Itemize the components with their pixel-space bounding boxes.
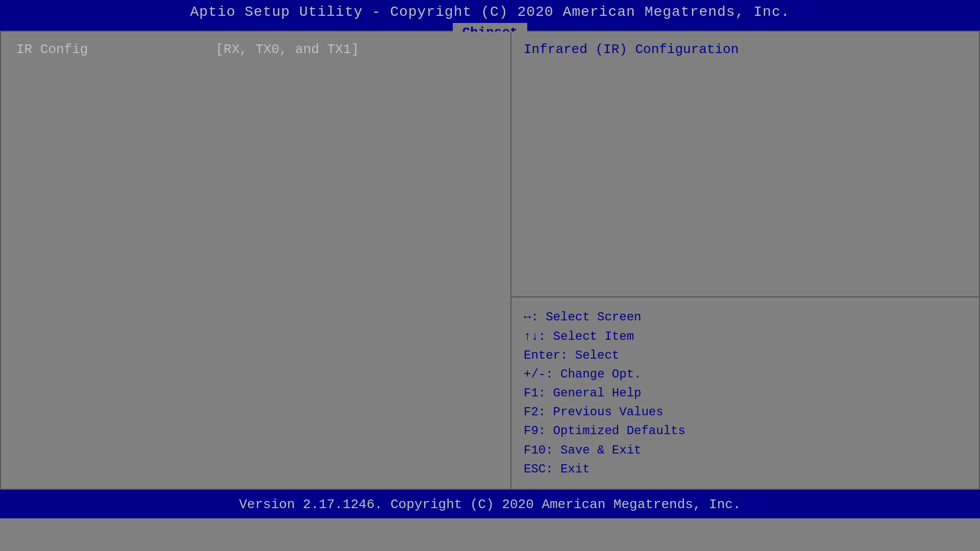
header-title: Aptio Setup Utility - Copyright (C) 2020… [0,4,980,20]
shortcut-line-1: ↑↓: Select Item [524,327,967,346]
right-top: Infrared (IR) Configuration [511,32,979,296]
right-help-title: Infrared (IR) Configuration [524,42,967,57]
shortcut-line-0: ↔: Select Screen [524,308,967,327]
shortcut-line-5: F2: Previous Values [524,403,967,421]
main-container: IR Config [RX, TX0, and TX1] Infrared (I… [0,31,980,490]
shortcut-line-4: F1: General Help [524,384,967,403]
footer-text: Version 2.17.1246. Copyright (C) 2020 Am… [239,497,741,512]
right-bottom: ↔: Select Screen↑↓: Select ItemEnter: Se… [511,297,979,489]
left-panel: IR Config [RX, TX0, and TX1] [1,32,511,489]
shortcut-line-3: +/-: Change Opt. [524,365,967,384]
shortcut-line-6: F9: Optimized Defaults [524,421,967,440]
right-panel: Infrared (IR) Configuration ↔: Select Sc… [511,32,979,489]
ir-config-value[interactable]: [RX, TX0, and TX1] [215,42,359,57]
shortcut-line-2: Enter: Select [524,346,967,365]
footer: Version 2.17.1246. Copyright (C) 2020 Am… [0,490,980,518]
ir-config-row: IR Config [RX, TX0, and TX1] [16,42,495,57]
shortcut-line-7: F10: Save & Exit [524,441,967,460]
shortcut-line-8: ESC: Exit [524,460,967,479]
ir-config-label[interactable]: IR Config [16,42,88,57]
header: Aptio Setup Utility - Copyright (C) 2020… [0,0,980,31]
